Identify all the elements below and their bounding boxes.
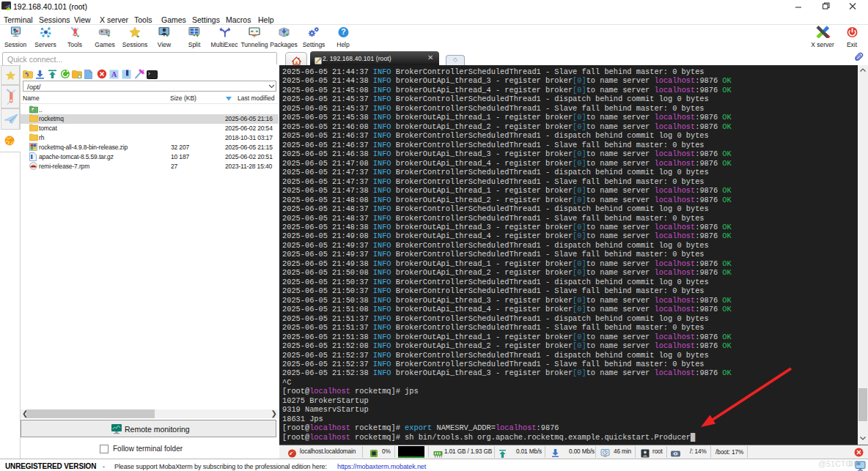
svg-text:A: A: [111, 70, 117, 78]
svg-text:?: ?: [341, 27, 345, 36]
